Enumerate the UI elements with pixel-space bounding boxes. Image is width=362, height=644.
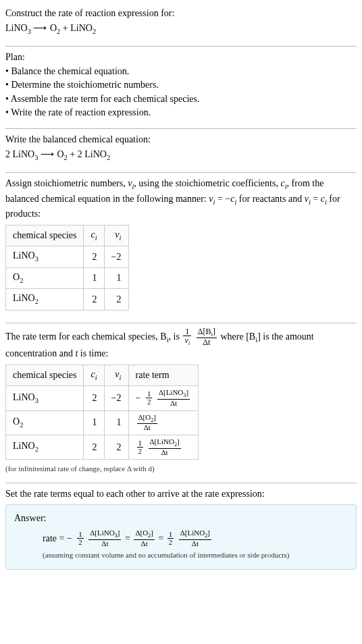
frac-num: Δ[LiNO3] (157, 389, 190, 400)
prompt-section: Construct the rate of reaction expressio… (5, 4, 357, 45)
text: LiNO (13, 293, 35, 303)
fraction-coef: 12 (77, 531, 84, 547)
prompt-equation: LiNO3 ⟶ O2 + LiNO2 (5, 22, 357, 36)
frac-den: 2 (77, 539, 84, 547)
plan-item: • Assemble the rate term for each chemic… (5, 92, 357, 106)
balanced-section: Write the balanced chemical equation: 2 … (5, 130, 357, 171)
text: 2 (35, 446, 38, 453)
col-nui: νi (104, 225, 128, 246)
answer-box: Answer: rate = − 12 Δ[LiNO3]Δt = Δ[O2]Δt… (5, 504, 357, 569)
cell-species: O2 (6, 267, 84, 288)
table-row: LiNO3 2 −2 − 12 Δ[LiNO3]Δt (6, 386, 199, 410)
plan-item: • Write the rate of reaction expression. (5, 106, 357, 119)
fraction-delta: Δ[LiNO2]Δt (149, 438, 181, 456)
col-rate: rate term (128, 365, 199, 385)
fraction-delta: Δ[LiNO3]Δt (88, 529, 121, 547)
cell-species: LiNO3 (6, 386, 84, 410)
text: Δ[LiNO (150, 437, 174, 446)
text: 3 (35, 255, 38, 263)
cell-species: LiNO2 (6, 289, 84, 310)
bal-product-a: O (57, 149, 63, 159)
cell-ci: 1 (84, 410, 104, 435)
answer-note: (assuming constant volume and no accumul… (43, 550, 348, 560)
col-nui: νi (104, 365, 128, 385)
fraction-coef: 12 (167, 531, 174, 547)
fraction: Δ[Bi] Δt (197, 327, 217, 347)
cell-species: LiNO3 (6, 246, 84, 267)
table-row: LiNO3 2 −2 (6, 246, 129, 267)
text: ] (151, 529, 153, 537)
setequal-section: Set the rate terms equal to each other t… (5, 485, 357, 576)
divider (5, 323, 357, 323)
equals: = (158, 533, 165, 543)
text: Δt (203, 338, 210, 347)
plus: + (60, 23, 70, 33)
fraction-delta: Δ[LiNO3]Δt (157, 389, 190, 407)
bal-product-b-sub: 2 (107, 153, 110, 161)
plan-item: • Balance the chemical equation. (5, 65, 357, 78)
cell-ci: 2 (84, 289, 104, 310)
frac-num: 1 (183, 327, 191, 337)
frac-num: Δ[O2] (137, 414, 157, 425)
text: i (95, 234, 97, 241)
text: Assign stoichiometric numbers, (5, 178, 128, 188)
text: ] (213, 327, 215, 336)
text: LiNO (13, 441, 35, 451)
setequal-text: Set the rate terms equal to each other t… (5, 487, 357, 501)
neg-sign: − (67, 533, 72, 543)
text: O (13, 417, 20, 427)
cell-species: LiNO2 (6, 435, 84, 459)
plan-list: • Balance the chemical equation. • Deter… (5, 65, 357, 119)
table-header-row: chemical species ci νi (6, 225, 129, 246)
bal-reactant-sub: 3 (34, 153, 38, 161)
frac-den: Δt (197, 338, 217, 347)
rateterm-heading: The rate term for each chemical species,… (5, 327, 357, 360)
frac-den: Δt (157, 400, 190, 408)
divider (5, 483, 357, 483)
text: O (13, 272, 20, 282)
fraction-delta: Δ[LiNO2]Δt (179, 529, 211, 547)
balanced-equation: 2 LiNO3 ⟶ O2 + 2 LiNO2 (5, 148, 357, 163)
arrow-icon: ⟶ (33, 23, 47, 33)
cell-nui: 2 (104, 435, 128, 459)
plan-heading: Plan: (5, 51, 357, 64)
text: i (120, 234, 122, 241)
product-a: O (50, 23, 57, 33)
table-header-row: chemical species ci νi rate term (6, 365, 199, 385)
cell-ci: 2 (84, 246, 104, 267)
text: ] (153, 413, 156, 421)
text: Δ[O (135, 529, 148, 537)
rateterm-table: chemical species ci νi rate term LiNO3 2… (5, 365, 199, 460)
table-row: LiNO2 2 2 (6, 289, 129, 310)
text: 3 (35, 396, 38, 404)
stoich-table: chemical species ci νi LiNO3 2 −2 O2 1 1… (5, 225, 129, 311)
text: ] (186, 388, 188, 396)
rate-eq-text: rate = (43, 533, 67, 543)
fraction-coef: 12 (137, 439, 144, 456)
table-row: O2 1 1 (6, 267, 129, 288)
frac-den: Δt (88, 540, 121, 548)
text: LiNO (13, 392, 35, 402)
col-ci: ci (84, 365, 104, 385)
bal-product-b: 2 LiNO (78, 149, 107, 159)
frac-num: Δ[O2] (134, 529, 154, 540)
cell-rate: 12 Δ[LiNO2]Δt (128, 435, 199, 459)
cell-species: O2 (6, 410, 84, 435)
col-species: chemical species (6, 365, 84, 385)
col-ci: ci (84, 225, 104, 246)
arrow-icon: ⟶ (41, 149, 55, 159)
text: ] (118, 529, 120, 537)
divider (5, 172, 357, 173)
cell-ci: 1 (84, 267, 104, 288)
text: for reactants and (236, 194, 304, 204)
table-row: LiNO2 2 2 12 Δ[LiNO2]Δt (6, 435, 199, 459)
text: = − (215, 194, 230, 204)
frac-den: Δt (137, 424, 157, 432)
text: ] (177, 437, 180, 446)
divider (5, 46, 357, 47)
frac-den: 2 (146, 398, 153, 406)
cell-rate: − 12 Δ[LiNO3]Δt (128, 386, 199, 410)
equals: = (125, 533, 132, 543)
bal-reactant: 2 LiNO (5, 149, 34, 159)
neg-sign: − (136, 393, 141, 403)
